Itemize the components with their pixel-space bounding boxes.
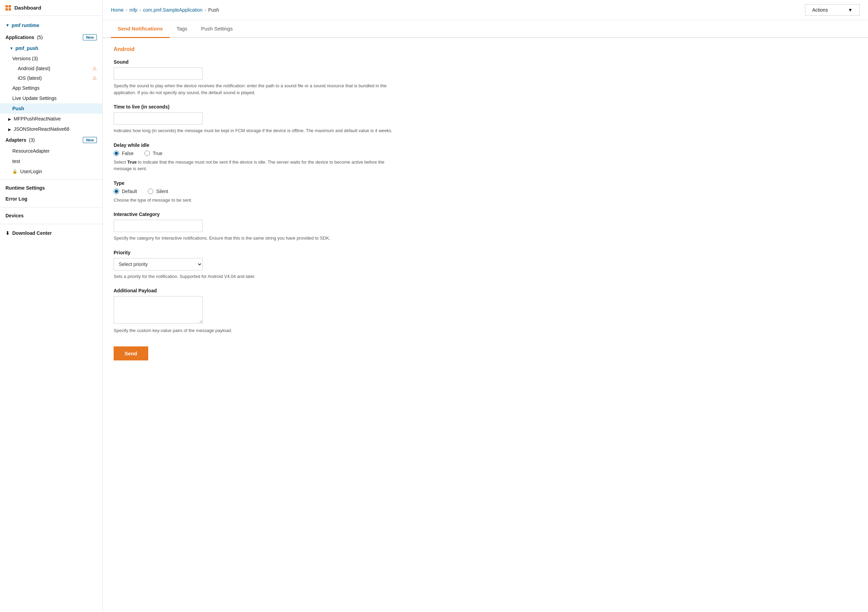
mfp-push-react-native-label: MFPPushReactNative (14, 116, 61, 121)
sidebar-item-error-log[interactable]: Error Log (0, 194, 102, 205)
applications-count: (5) (37, 34, 43, 40)
breadcrumb-sep-1: › (126, 7, 127, 13)
interactive-category-group: Interactive Category Specify the categor… (114, 212, 400, 242)
sidebar-item-live-update-settings[interactable]: Live Update Settings (0, 93, 102, 103)
tab-bar: Send Notifications Tags Push Settings (103, 20, 868, 38)
android-section-title: Android (114, 46, 400, 53)
type-silent-radio[interactable] (148, 189, 153, 194)
sidebar: Dashboard ▼ pmf runtime Applications (5)… (0, 0, 103, 612)
type-silent-label: Silent (156, 189, 168, 194)
type-default-radio[interactable] (114, 189, 119, 194)
dashboard-grid-icon (5, 5, 11, 11)
chevron-down-icon: ▼ (848, 7, 852, 13)
priority-select[interactable]: Select priority MAX HIGH DEFAULT LOW MIN (114, 258, 203, 270)
interactive-category-input[interactable] (114, 220, 203, 232)
actions-button[interactable]: Actions ▼ (805, 4, 860, 16)
breadcrumb-mfp[interactable]: mfp (129, 7, 137, 13)
sidebar-runtime[interactable]: ▼ pmf runtime (5, 23, 97, 28)
time-to-live-hint: Indicates how long (in seconds) the mess… (114, 127, 400, 134)
resource-adapter-label: ResourceAdapter (12, 148, 50, 154)
sidebar-header: Dashboard (0, 0, 102, 16)
runtime-label: pmf runtime (12, 23, 39, 28)
breadcrumb-sep-3: › (205, 7, 206, 13)
collapse-icon: ▶ (8, 117, 11, 121)
chevron-down-icon: ▼ (5, 23, 9, 28)
sidebar-item-json-store[interactable]: ▶ JSONStoreReactNative68 (0, 124, 102, 134)
sidebar-item-ios[interactable]: iOS (latest) ⚠ (0, 73, 102, 83)
adapters-label: Adapters (5, 137, 26, 143)
adapters-count: (3) (29, 137, 35, 143)
sidebar-item-push[interactable]: Push (0, 103, 102, 114)
interactive-category-label: Interactive Category (114, 212, 400, 217)
caret-down-icon: ▼ (9, 46, 13, 50)
priority-hint: Sets a priority for the notification. Su… (114, 273, 400, 280)
topbar: Home › mfp › com.pmf.SampleApplication ›… (103, 0, 868, 20)
sidebar-item-android[interactable]: Android (latest) ⚠ (0, 64, 102, 73)
delay-while-idle-hint: Select True to indicate that the message… (114, 159, 400, 172)
devices-label: Devices (5, 213, 23, 218)
type-silent-option[interactable]: Silent (148, 189, 168, 194)
additional-payload-group: Additional Payload Specify the custom ke… (114, 288, 400, 334)
priority-label: Priority (114, 250, 400, 255)
sidebar-item-versions[interactable]: Versions (3) (0, 53, 102, 64)
ios-label: iOS (latest) (18, 75, 42, 81)
push-label: Push (12, 106, 24, 111)
sidebar-item-resource-adapter[interactable]: ResourceAdapter (0, 146, 102, 156)
delay-true-radio[interactable] (144, 150, 150, 156)
tab-push-settings[interactable]: Push Settings (194, 20, 240, 38)
download-center-label: Download Center (12, 230, 52, 236)
error-log-label: Error Log (5, 196, 27, 201)
sound-input[interactable] (114, 67, 203, 80)
type-default-option[interactable]: Default (114, 189, 137, 194)
delay-while-idle-group: Delay while idle False True Select True … (114, 143, 400, 172)
breadcrumb-home[interactable]: Home (111, 7, 124, 13)
user-login-label: UserLogin (20, 169, 42, 174)
adapters-new-badge[interactable]: New (83, 137, 97, 143)
sidebar-item-download-center[interactable]: ⬇ Download Center (0, 227, 102, 239)
additional-payload-input[interactable] (114, 296, 203, 324)
breadcrumb-sep-2: › (139, 7, 141, 13)
type-label: Type (114, 180, 400, 186)
delay-true-option[interactable]: True (144, 150, 162, 156)
sidebar-adapters-group: Adapters (3) New (0, 134, 102, 146)
sound-hint: Specify the sound to play when the devic… (114, 82, 400, 96)
lock-icon: 🔒 (12, 169, 17, 174)
sidebar-item-pmf-push[interactable]: ▼ pmf_push (0, 43, 102, 53)
live-update-settings-label: Live Update Settings (12, 96, 56, 101)
additional-payload-label: Additional Payload (114, 288, 400, 293)
main-content: Home › mfp › com.pmf.SampleApplication ›… (103, 0, 868, 612)
breadcrumb-app[interactable]: com.pmf.SampleApplication (143, 7, 203, 13)
tab-tags[interactable]: Tags (170, 20, 194, 38)
delay-false-option[interactable]: False (114, 150, 133, 156)
type-radio-group: Default Silent (114, 189, 400, 194)
time-to-live-input[interactable] (114, 112, 203, 125)
versions-label: Versions (3) (12, 56, 38, 61)
sound-label: Sound (114, 59, 400, 65)
form-area: Android Sound Specify the sound to play … (103, 38, 411, 369)
test-label: test (12, 158, 20, 164)
send-button[interactable]: Send (114, 346, 148, 360)
sidebar-item-devices[interactable]: Devices (0, 210, 102, 221)
content-area: Send Notifications Tags Push Settings An… (103, 20, 868, 612)
sidebar-item-mfp-push-react-native[interactable]: ▶ MFPPushReactNative (0, 114, 102, 124)
sidebar-applications-group: Applications (5) New (0, 31, 102, 43)
applications-new-badge[interactable]: New (83, 34, 97, 40)
app-settings-label: App Settings (12, 85, 39, 91)
breadcrumb-current: Push (208, 7, 219, 13)
sidebar-item-app-settings[interactable]: App Settings (0, 83, 102, 93)
type-hint: Choose the type of message to be sent. (114, 197, 400, 204)
type-default-label: Default (122, 189, 137, 194)
interactive-category-hint: Specify the category for interactive not… (114, 235, 400, 242)
type-group: Type Default Silent Choose the type of m… (114, 180, 400, 204)
sidebar-item-runtime-settings[interactable]: Runtime Settings (0, 183, 102, 194)
delay-false-label: False (122, 150, 133, 156)
delay-true-label: True (153, 150, 162, 156)
sidebar-item-user-login[interactable]: 🔒 UserLogin (0, 166, 102, 177)
sidebar-item-test[interactable]: test (0, 156, 102, 166)
time-to-live-label: Time to live (in seconds) (114, 104, 400, 110)
tab-send-notifications[interactable]: Send Notifications (111, 20, 170, 38)
delay-false-radio[interactable] (114, 150, 119, 156)
warning-icon: ⚠ (92, 66, 97, 71)
collapse-icon: ▶ (8, 127, 11, 132)
android-label: Android (latest) (18, 66, 50, 71)
